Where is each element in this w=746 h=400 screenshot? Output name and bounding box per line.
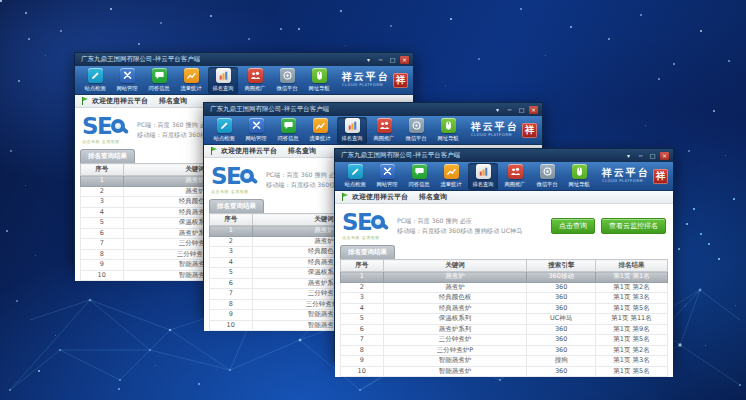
engine-line-pc: PC端：百度 360 搜狗 必应 [397,216,522,226]
toolbar-item-label: 网站管理 [376,181,397,189]
toolbar-item-2[interactable]: 网站管理 [241,117,271,144]
toolbar-item-7[interactable]: 微信平台 [272,67,302,94]
toolbar-item-2[interactable]: 网站管理 [112,67,142,94]
toolbar-item-2[interactable]: 网站管理 [372,163,402,190]
table-row[interactable]: 4经典蒸煮炉360第1页 第5名 [341,303,668,314]
minimize-button[interactable]: ─ [376,56,385,64]
brand-subtitle: CLOUD PLATFORM [602,179,643,183]
toolbar-item-6[interactable]: 商圈推广 [369,117,399,144]
view-cloud-rank-button[interactable]: 查看云监控排名 [601,218,666,234]
welcome-bar: 欢迎使用祥云平台 排名查询 [335,191,673,204]
cell-rank: 第1页 第11名 [596,314,668,325]
window-titlebar[interactable]: 广东九鼎王国网有限公司-祥云平台客户端 ▾ ─ □ × [335,149,673,162]
results-tab[interactable]: 排名查询结果 [80,149,135,163]
toolbar-item-5[interactable]: 排名查询 [337,117,367,144]
table-row[interactable]: 8三分钟煮炉P360第1页 第2名 [341,345,668,356]
maximize-button[interactable]: □ [517,106,526,114]
toolbar-item-label: 流量统计 [180,85,201,93]
cell-no: 3 [341,293,384,304]
cell-engine: 360移动 [527,272,596,283]
table-row[interactable]: 7三分钟煮炉360第1页 第5名 [341,335,668,346]
cell-no: 6 [81,228,124,239]
window-controls: ▾ ─ □ × [624,152,669,160]
col-engine: 搜索引擎 [527,260,596,272]
magnifier-icon [111,119,125,133]
table-row[interactable]: 2蒸煮炉360第1页 第2名 [341,282,668,293]
toolbar-item-8[interactable]: 网址导航 [564,163,594,190]
toolbar-item-1[interactable]: 站点检测 [340,163,370,190]
toolbar-item-4[interactable]: 流量统计 [436,163,466,190]
table-row[interactable]: 3经典颜色板360第1页 第3名 [341,293,668,304]
cell-rank: 第1页 第5名 [596,366,668,377]
toolbar-item-label: 问答信息 [277,135,298,143]
cell-no: 7 [341,335,384,346]
brand-text: 祥云平台 CLOUD PLATFORM [342,72,390,88]
cell-keyword: 智能蒸煮炉 [383,356,527,367]
cell-engine: 360 [527,335,596,346]
col-rank: 排名结果 [596,260,668,272]
toolbar-item-4[interactable]: 流量统计 [176,67,206,94]
toolbar-item-1[interactable]: 站点检测 [80,67,110,94]
toolbar-item-6[interactable]: 商圈推广 [240,67,270,94]
brand: 祥云平台 CLOUD PLATFORM 祥 [342,72,408,88]
seo-logo: SE 点击无效 查询有效 [82,116,125,144]
table-row[interactable]: 10智能蒸煮炉360第1页 第5名 [341,366,668,377]
toolbar-items: 站点检测网站管理问答信息流量统计排名查询商圈推广微信平台网址导航 [340,162,594,190]
close-button[interactable]: × [529,106,538,114]
close-button[interactable]: × [400,56,409,64]
results-tab[interactable]: 排名查询结果 [340,245,395,259]
toolbar-item-5[interactable]: 排名查询 [468,163,498,190]
toolbar-item-7[interactable]: 微信平台 [532,163,562,190]
magnifier-icon [240,169,254,183]
flag-icon [82,97,88,105]
bar-chart-icon [216,68,231,83]
close-button[interactable]: × [660,152,669,160]
window-titlebar[interactable]: 广东九鼎王国网有限公司-祥云平台客户端 ▾ ─ □ × [204,103,542,116]
toolbar-item-3[interactable]: 问答信息 [404,163,434,190]
toolbar-items: 站点检测网站管理问答信息流量统计排名查询商圈推广微信平台网址导航 [80,66,334,94]
people-icon [377,118,392,133]
line-chart-icon [313,118,328,133]
cell-keyword: 蒸煮炉系列 [383,324,527,335]
toolbar-item-label: 流量统计 [309,135,330,143]
table-row[interactable]: 6蒸煮炉系列360第1页 第9名 [341,324,668,335]
minimize-button[interactable]: ─ [505,106,514,114]
toolbar-item-3[interactable]: 问答信息 [144,67,174,94]
results-table-body: 1蒸煮炉360移动第1页 第1名2蒸煮炉360第1页 第2名3经典颜色板360第… [341,272,668,377]
skin-button[interactable]: ▾ [493,106,502,114]
toolbar-item-1[interactable]: 站点检测 [209,117,239,144]
toolbar: 站点检测网站管理问答信息流量统计排名查询商圈推广微信平台网址导航 祥云平台 CL… [204,116,542,145]
toolbar-item-5[interactable]: 排名查询 [208,67,238,94]
toolbar-item-8[interactable]: 网址导航 [433,117,463,144]
minimize-button[interactable]: ─ [636,152,645,160]
toolbar-item-7[interactable]: 微信平台 [401,117,431,144]
skin-button[interactable]: ▾ [364,56,373,64]
maximize-button[interactable]: □ [388,56,397,64]
results-tab[interactable]: 排名查询结果 [209,199,264,213]
window-titlebar[interactable]: 广东九鼎王国网有限公司-祥云平台客户端 ▾ ─ □ × [75,53,413,66]
toolbar-item-4[interactable]: 流量统计 [305,117,335,144]
toolbar-item-6[interactable]: 商圈推广 [500,163,530,190]
cell-no: 2 [81,186,124,197]
cell-no: 8 [210,299,253,310]
action-buttons: 点击查询 查看云监控排名 [551,218,666,234]
cell-no: 5 [210,268,253,279]
toolbar-item-label: 站点检测 [213,135,234,143]
maximize-button[interactable]: □ [648,152,657,160]
toolbar-item-label: 网站管理 [116,85,137,93]
toolbar-item-8[interactable]: 网址导航 [304,67,334,94]
cell-rank: 第1页 第3名 [596,293,668,304]
toolbar-item-label: 微信平台 [276,85,297,93]
table-header-row: 序号 关键词 搜索引擎 排名结果 [341,260,668,272]
target-icon [280,68,295,83]
chat-bubble-icon [412,164,427,179]
table-row[interactable]: 9智能蒸煮炉搜狗第1页 第3名 [341,356,668,367]
brand-name: 祥云平台 [342,72,390,83]
table-row[interactable]: 1蒸煮炉360移动第1页 第1名 [341,272,668,283]
query-button[interactable]: 点击查询 [551,218,595,234]
skin-button[interactable]: ▾ [624,152,633,160]
toolbar-item-3[interactable]: 问答信息 [273,117,303,144]
content-area: SE 点击无效 查询有效 PC端：百度 360 搜狗 必应 移动端：百度移动 3… [335,204,673,377]
people-icon [508,164,523,179]
table-row[interactable]: 5保温板系列UC神马第1页 第11名 [341,314,668,325]
